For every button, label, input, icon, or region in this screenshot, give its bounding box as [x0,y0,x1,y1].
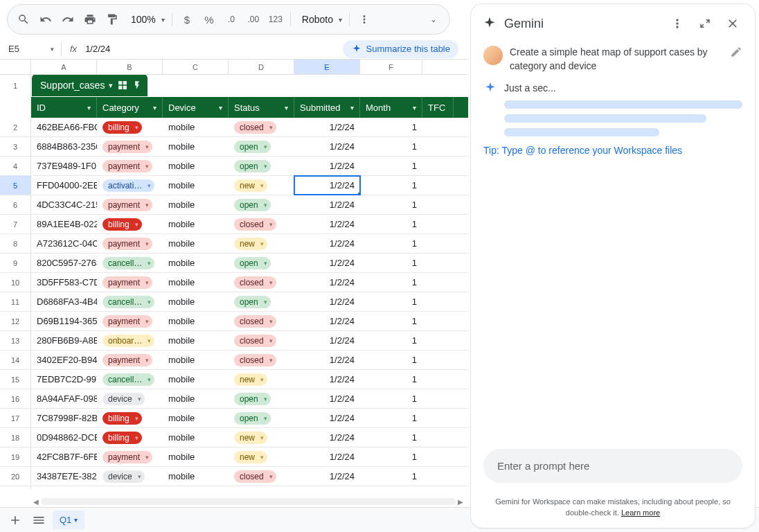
row-number[interactable]: 12 [0,312,31,330]
cell-month[interactable]: 1 [360,215,422,233]
row-number[interactable]: 2 [0,118,31,136]
status-chip[interactable]: open [234,296,271,308]
cell-id[interactable]: 820C5957-2768 [31,254,97,272]
col-e[interactable]: E [294,60,360,74]
cell-category[interactable]: device [97,467,163,486]
status-chip[interactable]: open [234,257,271,269]
cell-category[interactable]: payment [97,137,163,156]
status-chip[interactable]: new [234,432,267,444]
row-number[interactable]: 8 [0,234,31,253]
header-device[interactable]: Device▾ [163,97,229,118]
lightning-icon[interactable] [132,80,142,90]
cell-id[interactable]: 3D5FF583-C7DF [31,273,97,292]
cell-category[interactable]: device [97,389,163,408]
cell-device[interactable]: mobile [163,118,229,136]
cell-device[interactable]: mobile [163,254,229,272]
more-icon[interactable] [354,9,375,30]
cell-submitted[interactable]: 1/2/24 [294,215,360,233]
col-c[interactable]: C [163,60,229,74]
cell-id[interactable]: D6868FA3-4B49 [31,292,97,311]
expand-icon[interactable] [694,12,716,35]
edit-prompt-icon[interactable] [730,46,742,58]
status-chip[interactable]: closed [234,121,276,134]
cell-device[interactable]: mobile [163,234,229,253]
col-a[interactable]: A [31,60,97,74]
status-chip[interactable]: new [234,373,267,386]
status-chip[interactable]: closed [234,354,276,366]
cell-status[interactable]: closed [229,351,294,369]
row-number[interactable]: 6 [0,195,31,214]
cell-submitted[interactable]: 1/2/24 [294,292,360,311]
horizontal-scrollbar[interactable]: ◀ ▶ [31,497,465,506]
header-category[interactable]: Category▾ [97,97,163,118]
summarize-table-button[interactable]: Summarize this table [343,40,458,58]
row-number[interactable]: 9 [0,254,31,272]
category-chip[interactable]: payment [102,451,152,463]
header-id[interactable]: ID▾ [31,97,97,118]
cell-month[interactable]: 1 [360,234,422,253]
cell-status[interactable]: open [229,195,294,214]
all-sheets-button[interactable] [29,511,48,530]
undo-icon[interactable] [35,9,56,30]
category-chip[interactable]: onboar… [102,335,154,347]
category-chip[interactable]: device [102,393,145,405]
category-chip[interactable]: billing [102,218,142,231]
cell-submitted[interactable]: 1/2/24 [294,428,360,447]
print-icon[interactable] [80,9,100,30]
cell-status[interactable]: open [229,389,294,408]
cell-device[interactable]: mobile [163,273,229,292]
learn-more-link[interactable]: Learn more [621,508,660,517]
cell-submitted[interactable]: 1/2/24 [294,234,360,253]
cell-id[interactable]: 3402EF20-B941 [31,351,97,369]
paint-format-icon[interactable] [102,9,123,30]
cell-submitted[interactable]: 1/2/24 [294,389,360,408]
cell-submitted[interactable]: 1/2/24 [294,254,360,272]
cell-category[interactable]: payment [97,351,163,369]
redo-icon[interactable] [57,9,78,30]
cell-submitted[interactable]: 1/2/24 [294,467,360,486]
header-submitted[interactable]: Submitted▾ [294,97,360,118]
row-number[interactable]: 17 [0,409,31,427]
add-sheet-button[interactable] [6,511,25,530]
cell-category[interactable]: cancell… [97,254,163,272]
zoom-dropdown[interactable]: 100%▾ [124,14,168,25]
cell-month[interactable]: 1 [360,137,422,156]
cell-device[interactable]: mobile [163,409,229,427]
cell-category[interactable]: payment [97,447,163,466]
cell-status[interactable]: closed [229,312,294,330]
category-chip[interactable]: cancell… [102,257,154,269]
cell-status[interactable]: open [229,292,294,311]
cell-submitted[interactable]: 1/2/24 [294,312,360,330]
cell-category[interactable]: billing [97,486,163,489]
cell-id[interactable]: D69B1194-365E [31,312,97,330]
status-chip[interactable]: open [234,393,271,405]
col-b[interactable]: B [97,60,163,74]
status-chip[interactable]: new [234,451,267,463]
cell-device[interactable]: mobile [163,215,229,233]
status-chip[interactable]: closed [234,335,276,347]
row-1-header[interactable]: 1 [0,75,31,97]
cell-device[interactable]: mobile [163,176,229,195]
cell-submitted[interactable]: 1/2/24 [294,273,360,292]
cell-id[interactable]: 53B72079-DAF4 [31,486,97,489]
status-chip[interactable]: closed [234,276,276,289]
cell-status[interactable]: open [229,157,294,175]
status-chip[interactable]: open [234,160,271,172]
percent-icon[interactable]: % [199,9,220,30]
cell-month[interactable]: 1 [360,254,422,272]
row-number[interactable]: 5 [0,176,31,195]
cell-category[interactable]: billing [97,409,163,427]
cell-device[interactable]: mobile [163,312,229,330]
cell-month[interactable]: 1 [360,447,422,466]
search-icon[interactable] [13,9,34,30]
cell-month[interactable]: 1 [360,409,422,427]
decrease-decimal-icon[interactable]: .0 [221,9,242,30]
cell-month[interactable]: 1 [360,157,422,175]
cell-status[interactable]: open [229,254,294,272]
status-chip[interactable]: closed [234,470,276,483]
row-number[interactable]: 18 [0,428,31,447]
cell-month[interactable]: 1 [360,195,422,214]
col-d[interactable]: D [229,60,294,74]
cell-id[interactable]: A723612C-04C0 [31,234,97,253]
gemini-prompt-input[interactable]: Enter a prompt here [483,449,742,483]
